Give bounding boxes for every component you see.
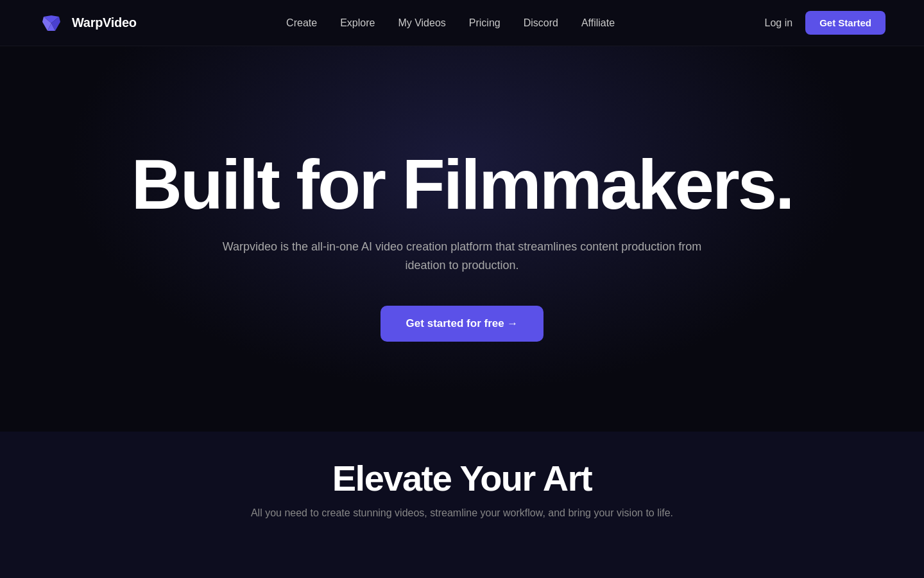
login-link[interactable]: Log in bbox=[765, 17, 793, 29]
brand-name: WarpVideo bbox=[72, 15, 137, 30]
hero-section: Built for Filmmakers. Warpvideo is the a… bbox=[0, 46, 924, 432]
nav-affiliate[interactable]: Affiliate bbox=[581, 17, 615, 29]
hero-cta-button[interactable]: Get started for free → bbox=[381, 306, 544, 342]
hero-subtitle: Warpvideo is the all-in-one AI video cre… bbox=[218, 238, 706, 275]
hero-title: Built for Filmmakers. bbox=[131, 149, 792, 220]
nav-explore[interactable]: Explore bbox=[340, 17, 375, 29]
bottom-section: Elevate Your Art All you need to create … bbox=[0, 432, 924, 578]
nav-links: Create Explore My Videos Pricing Discord… bbox=[286, 17, 615, 29]
nav-pricing[interactable]: Pricing bbox=[469, 17, 501, 29]
navbar-actions: Log in Get Started bbox=[765, 11, 886, 35]
nav-create[interactable]: Create bbox=[286, 17, 317, 29]
bottom-title: Elevate Your Art bbox=[332, 457, 592, 499]
bottom-subtitle: All you need to create stunning videos, … bbox=[251, 505, 673, 521]
logo-area: WarpVideo bbox=[38, 10, 137, 36]
nav-my-videos[interactable]: My Videos bbox=[398, 17, 445, 29]
warpvideo-logo-icon bbox=[38, 10, 64, 36]
navbar-get-started-button[interactable]: Get Started bbox=[805, 11, 886, 35]
nav-discord[interactable]: Discord bbox=[524, 17, 558, 29]
navbar: WarpVideo Create Explore My Videos Prici… bbox=[0, 0, 924, 46]
